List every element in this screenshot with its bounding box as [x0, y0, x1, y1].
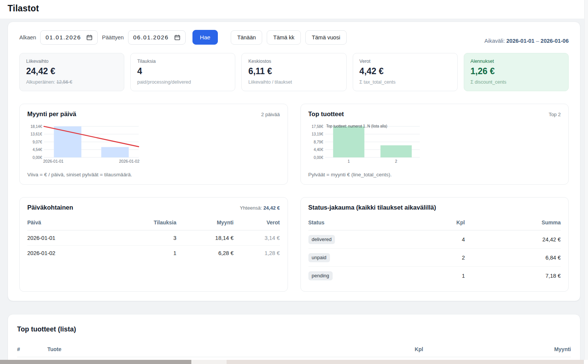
table-cell: 6,28 € [177, 246, 234, 261]
daily-header-p-iv: Päivä [27, 216, 120, 230]
top-chart-title: Top tuotteet [308, 110, 344, 118]
kpi-value: 4 [137, 66, 228, 76]
kpi-sub: paid/processing/delivered [137, 79, 228, 85]
daily-table: PäiväTilauksiaMyyntiVerot 2026-01-01318,… [27, 216, 280, 260]
quick-buttons: TänäänTämä kkTämä vuosi [231, 30, 347, 45]
table-cell: 3,14 € [234, 230, 280, 246]
range-start: 2026-01-01 [507, 38, 535, 44]
status-table: StatusKplSumma delivered424,42 €unpaid26… [308, 216, 561, 285]
table-cell: delivered [308, 230, 420, 249]
top-products-chart: 17,58€13,19€8,79€4,40€0,00€Top tuotteet:… [308, 123, 561, 167]
sales-chart-title: Myynti per päivä [27, 110, 76, 118]
range-end: 2026-01-06 [541, 38, 569, 44]
range-separator: – [536, 38, 539, 44]
table-cell: unpaid [308, 249, 420, 267]
svg-text:17,58€: 17,58€ [311, 124, 323, 129]
kpi-value: 1,26 € [471, 66, 562, 76]
top-chart-caption: Pylväät = myynti € (line_total_cents). [308, 167, 561, 177]
filter-row: Alkaen 01.01.2026 Päättyen 06.01.2026 [14, 30, 574, 45]
kpi-sub: Alkuperäinen: 12,56 € [26, 79, 117, 85]
horizontal-scrollbar[interactable] [0, 360, 588, 364]
page-title: Tilastot [8, 3, 580, 14]
svg-text:4,54€: 4,54€ [33, 148, 42, 152]
sales-chart: 18,14€13,61€9,07€4,54€0,00€2026-01-01202… [27, 123, 280, 167]
svg-text:2: 2 [395, 159, 397, 163]
quick-button-t-m-kk[interactable]: Tämä kk [267, 30, 301, 45]
status-table-card: Status-jakauma (kaikki tilaukset aikaväl… [300, 197, 569, 292]
kpi-sub-prefix: Alkuperäinen: [26, 79, 56, 85]
svg-text:9,07€: 9,07€ [33, 140, 42, 144]
svg-text:2026-01-01: 2026-01-01 [43, 159, 64, 163]
quick-button-t-n-n[interactable]: Tänään [231, 30, 262, 45]
kpi-card-alennukset: Alennukset1,26 €Σ discount_cents [464, 53, 569, 91]
to-date-value: 06.01.2026 [133, 34, 169, 41]
kpi-value: 6,11 € [248, 66, 339, 76]
content: Alkaen 01.01.2026 Päättyen 06.01.2026 [0, 19, 588, 364]
svg-text:18,14€: 18,14€ [30, 124, 42, 129]
kpi-sub: Σ tax_total_cents [360, 79, 451, 85]
kpi-value: 4,42 € [360, 66, 451, 76]
status-badge-delivered: delivered [308, 235, 335, 244]
table-cell: 2 [419, 249, 465, 267]
svg-text:1: 1 [347, 159, 350, 163]
svg-text:4,40€: 4,40€ [313, 148, 323, 152]
svg-text:2026-01-02: 2026-01-02 [119, 159, 139, 163]
search-button[interactable]: Hae [192, 30, 218, 45]
table-cell: 18,14 € [177, 230, 234, 246]
top-chart-badge: Top 2 [549, 112, 561, 117]
table-cell: 3 [120, 230, 177, 246]
status-table-title: Status-jakauma (kaikki tilaukset aikaväl… [308, 204, 436, 211]
table-cell: 7,18 € [465, 267, 561, 285]
status-header-kpl: Kpl [419, 216, 465, 230]
svg-text:13,61€: 13,61€ [30, 132, 42, 136]
table-row: unpaid26,84 € [308, 249, 561, 267]
kpi-label: Keskiostos [248, 59, 339, 64]
top-products-list-panel: Top tuotteet (lista) #TuoteKplMyynti 1Ho… [8, 314, 580, 364]
kpi-card-verot: Verot4,42 €Σ tax_total_cents [353, 53, 458, 91]
kpi-label: Tilauksia [137, 59, 228, 64]
daily-total-label: Yhteensä: [240, 205, 262, 211]
toplist-header-myynti: Myynti [423, 342, 571, 357]
status-header-status: Status [308, 216, 420, 230]
kpi-value: 24,42 € [26, 66, 117, 76]
stats-panel: Alkaen 01.01.2026 Päättyen 06.01.2026 [8, 22, 580, 301]
calendar-icon [86, 34, 92, 40]
table-cell: 2026-01-02 [27, 246, 120, 261]
table-row: pending17,18 € [308, 267, 561, 285]
sales-per-day-card: Myynti per päivä 2 päivää 18,14€13,61€9,… [19, 104, 288, 185]
daily-table-card: Päiväkohtainen Yhteensä: 24,42 € PäiväTi… [19, 197, 288, 292]
date-range-info: Aikaväli: 2026-01-01 – 2026-01-06 [484, 38, 569, 45]
from-label: Alkaen [19, 34, 36, 40]
kpi-sub: Σ discount_cents [471, 79, 562, 85]
daily-header-myynti: Myynti [177, 216, 234, 230]
from-date-value: 01.01.2026 [45, 34, 81, 41]
daily-header-verot: Verot [234, 216, 280, 230]
range-label: Aikaväli: [484, 38, 505, 44]
top-list-title: Top tuotteet (lista) [17, 325, 76, 333]
to-date-input[interactable]: 06.01.2026 [128, 30, 186, 45]
svg-text:8,79€: 8,79€ [313, 140, 323, 144]
table-cell: 6,84 € [465, 249, 561, 267]
table-cell: 2026-01-01 [27, 230, 120, 246]
kpi-card-liikevaihto: Liikevaihto24,42 €Alkuperäinen: 12,56 € [19, 53, 124, 91]
kpi-card-tilauksia: Tilauksia4paid/processing/delivered [130, 53, 235, 91]
from-date-input[interactable]: 01.01.2026 [40, 30, 98, 45]
tables-row: Päiväkohtainen Yhteensä: 24,42 € PäiväTi… [19, 197, 569, 292]
toplist-header-kpl: Kpl [378, 342, 423, 357]
svg-text:0,00€: 0,00€ [33, 156, 42, 160]
svg-text:0,00€: 0,00€ [313, 156, 323, 160]
scrollbar-thumb[interactable] [0, 360, 191, 364]
kpi-label: Liikevaihto [26, 59, 117, 64]
vertical-scrollbar[interactable] [584, 0, 588, 360]
svg-text:13,19€: 13,19€ [311, 132, 323, 136]
top-products-chart-card: Top tuotteet Top 2 17,58€13,19€8,79€4,40… [300, 104, 569, 185]
quick-button-t-m-vuosi[interactable]: Tämä vuosi [305, 30, 347, 45]
calendar-icon [174, 34, 180, 40]
svg-text:Top tuotteet: numerot 1..N (li: Top tuotteet: numerot 1..N (lista alla) [326, 124, 387, 128]
status-badge-pending: pending [308, 271, 333, 280]
table-cell: 1,28 € [234, 246, 280, 261]
charts-row: Myynti per päivä 2 päivää 18,14€13,61€9,… [19, 104, 569, 185]
page-header: Tilastot [0, 0, 588, 19]
status-header-summa: Summa [465, 216, 561, 230]
toplist-header-tuote: Tuote [47, 342, 378, 357]
